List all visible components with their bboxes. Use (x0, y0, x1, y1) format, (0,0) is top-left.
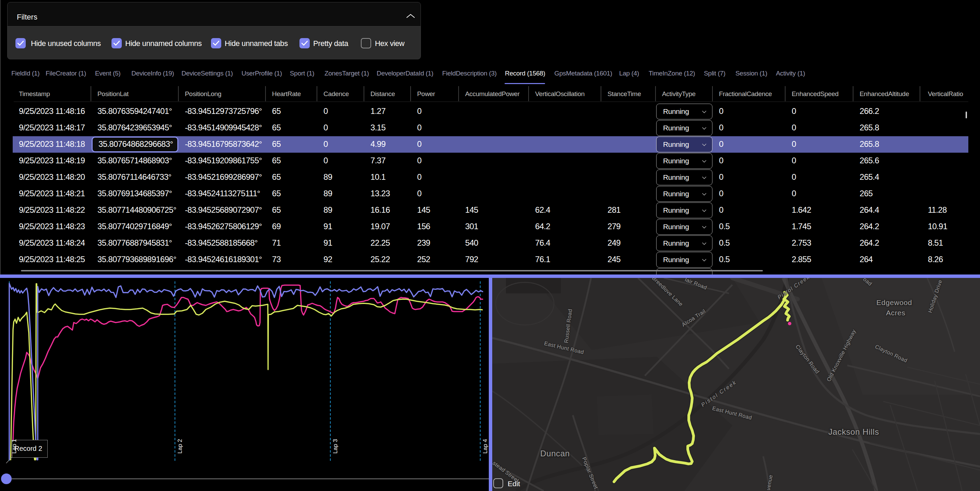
svg-text:Lap 2: Lap 2 (177, 439, 183, 454)
svg-text:Lap 3: Lap 3 (332, 439, 339, 454)
svg-text:Lap 1: Lap 1 (11, 439, 18, 454)
svg-text:Lap 4: Lap 4 (482, 439, 488, 454)
